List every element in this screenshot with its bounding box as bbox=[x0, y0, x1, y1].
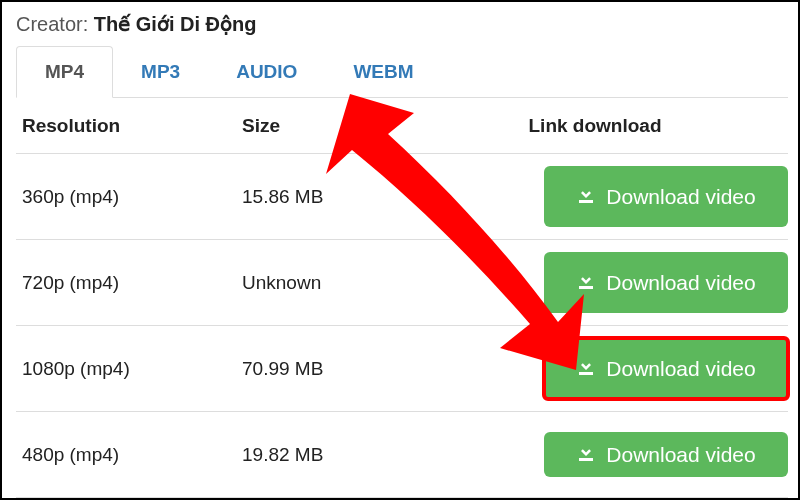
tab-mp4[interactable]: MP4 bbox=[16, 46, 113, 98]
table-row: 1080p (mp4) 70.99 MB Download video bbox=[16, 326, 788, 412]
download-button[interactable]: Download video bbox=[544, 432, 788, 477]
col-size: Size bbox=[236, 97, 456, 154]
col-link: Link download bbox=[456, 97, 788, 154]
download-button[interactable]: Download video bbox=[544, 252, 788, 313]
svg-rect-3 bbox=[579, 458, 593, 461]
cell-size: 19.82 MB bbox=[236, 412, 456, 498]
cell-resolution: 480p (mp4) bbox=[16, 412, 236, 498]
download-icon bbox=[576, 442, 596, 467]
download-table: Resolution Size Link download 360p (mp4)… bbox=[16, 97, 788, 498]
creator-label: Creator: bbox=[16, 13, 94, 35]
tab-audio[interactable]: AUDIO bbox=[208, 47, 325, 97]
table-row: 480p (mp4) 19.82 MB Download video bbox=[16, 412, 788, 498]
cell-resolution: 360p (mp4) bbox=[16, 154, 236, 240]
svg-rect-0 bbox=[579, 200, 593, 203]
cell-resolution: 1080p (mp4) bbox=[16, 326, 236, 412]
svg-rect-2 bbox=[579, 372, 593, 375]
cell-size: 70.99 MB bbox=[236, 326, 456, 412]
table-row: 720p (mp4) Unknown Download video bbox=[16, 240, 788, 326]
download-icon bbox=[576, 356, 596, 381]
tab-webm[interactable]: WEBM bbox=[325, 47, 441, 97]
table-row: 360p (mp4) 15.86 MB Download video bbox=[16, 154, 788, 240]
download-button[interactable]: Download video bbox=[544, 166, 788, 227]
cell-resolution: 720p (mp4) bbox=[16, 240, 236, 326]
download-button-highlighted[interactable]: Download video bbox=[544, 338, 788, 399]
download-button-label: Download video bbox=[606, 443, 755, 467]
format-tabs: MP4 MP3 AUDIO WEBM bbox=[16, 46, 788, 98]
download-button-label: Download video bbox=[606, 185, 755, 209]
cell-size: Unknown bbox=[236, 240, 456, 326]
creator-name: Thế Giới Di Động bbox=[94, 13, 257, 35]
tab-mp3[interactable]: MP3 bbox=[113, 47, 208, 97]
creator-line: Creator: Thế Giới Di Động bbox=[16, 6, 788, 46]
download-button-label: Download video bbox=[606, 271, 755, 295]
download-icon bbox=[576, 184, 596, 209]
download-button-label: Download video bbox=[606, 357, 755, 381]
cell-size: 15.86 MB bbox=[236, 154, 456, 240]
svg-rect-1 bbox=[579, 286, 593, 289]
col-resolution: Resolution bbox=[16, 97, 236, 154]
download-icon bbox=[576, 270, 596, 295]
